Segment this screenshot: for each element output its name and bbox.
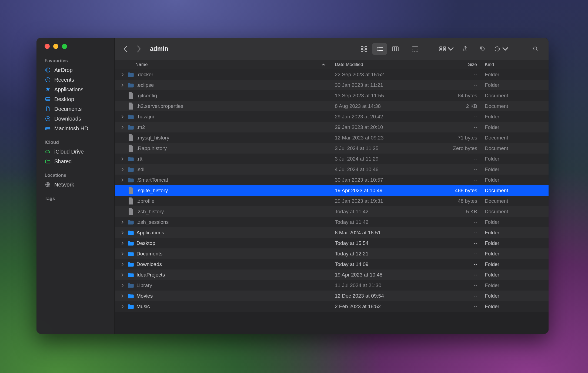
- file-row[interactable]: .mysql_history12 Mar 2023 at 09:2371 byt…: [115, 132, 549, 143]
- file-name: .h2.server.properties: [136, 103, 183, 109]
- file-kind: Folder: [481, 240, 549, 246]
- file-date: 19 Apr 2023 at 10:49: [331, 188, 428, 194]
- disclosure-triangle-icon[interactable]: [120, 126, 125, 129]
- file-row[interactable]: Applications6 Mar 2024 at 16:51--Folder: [115, 227, 549, 238]
- file-kind: Document: [481, 93, 549, 99]
- disclosure-triangle-icon[interactable]: [120, 178, 125, 182]
- download-icon: [45, 115, 51, 122]
- folder-icon: [127, 272, 134, 278]
- file-size: --: [428, 272, 481, 278]
- group-by-button[interactable]: [438, 43, 456, 55]
- file-row[interactable]: Movies12 Dec 2023 at 09:54--Folder: [115, 291, 549, 301]
- file-row[interactable]: .zsh_historyToday at 11:425 KBDocument: [115, 206, 549, 217]
- sidebar-item-shared[interactable]: Shared: [41, 156, 110, 166]
- list-view-button[interactable]: [372, 43, 387, 55]
- file-row[interactable]: Music2 Feb 2023 at 18:52--Folder: [115, 301, 549, 312]
- column-header-date[interactable]: Date Modified: [331, 60, 428, 69]
- disclosure-triangle-icon[interactable]: [120, 221, 125, 224]
- svg-point-19: [377, 50, 377, 51]
- column-header-size-label: Size: [468, 62, 477, 67]
- gallery-view-button[interactable]: [407, 43, 423, 55]
- disclosure-triangle-icon[interactable]: [120, 168, 125, 171]
- sidebar-item-macintosh-hd[interactable]: Macintosh HD: [41, 124, 110, 133]
- share-button[interactable]: [458, 43, 473, 55]
- sidebar-item-recents[interactable]: Recents: [41, 75, 110, 85]
- chevron-down-icon: [502, 46, 509, 52]
- search-button[interactable]: [528, 43, 543, 55]
- file-row[interactable]: .SmartTomcat30 Jan 2023 at 10:57--Folder: [115, 175, 549, 185]
- file-row[interactable]: .rtt3 Jul 2024 at 11:29--Folder: [115, 154, 549, 164]
- folder-icon: [127, 177, 134, 183]
- file-size: Zero bytes: [428, 145, 481, 151]
- file-date: 12 Mar 2023 at 09:23: [331, 135, 428, 141]
- disclosure-triangle-icon[interactable]: [120, 115, 125, 118]
- file-name: .zsh_sessions: [136, 219, 169, 225]
- file-row[interactable]: .sdl4 Jul 2024 at 10:46--Folder: [115, 164, 549, 175]
- file-row[interactable]: .m229 Jan 2023 at 20:10--Folder: [115, 122, 549, 132]
- document-icon: [127, 198, 134, 204]
- folder-icon: [127, 230, 134, 236]
- disclosure-triangle-icon[interactable]: [120, 294, 125, 298]
- disclosure-triangle-icon[interactable]: [120, 284, 125, 287]
- file-row[interactable]: Library11 Jul 2024 at 21:30--Folder: [115, 280, 549, 291]
- file-row[interactable]: IdeaProjects19 Apr 2023 at 10:48--Folder: [115, 269, 549, 280]
- fullscreen-window-button[interactable]: [62, 44, 67, 49]
- file-row[interactable]: .sqlite_history19 Apr 2023 at 10:49488 b…: [115, 185, 549, 196]
- sidebar-section-header[interactable]: Tags: [41, 194, 110, 203]
- window-title: admin: [150, 45, 168, 52]
- disclosure-triangle-icon[interactable]: [120, 305, 125, 308]
- sidebar-section-header[interactable]: iCloud: [41, 138, 110, 147]
- file-kind: Folder: [481, 72, 549, 78]
- disclosure-triangle-icon[interactable]: [120, 73, 125, 76]
- column-header-kind-label: Kind: [485, 62, 494, 67]
- file-date: 29 Jan 2023 at 20:42: [331, 114, 428, 120]
- file-name: IdeaProjects: [136, 272, 165, 278]
- sidebar-item-desktop[interactable]: Desktop: [41, 94, 110, 104]
- column-view-button[interactable]: [388, 43, 403, 55]
- svg-rect-29: [440, 47, 442, 48]
- column-header-size[interactable]: Size: [428, 60, 481, 69]
- file-row[interactable]: .Rapp.history3 Jul 2024 at 11:25Zero byt…: [115, 143, 549, 154]
- file-row[interactable]: .h2.server.properties8 Aug 2023 at 14:38…: [115, 101, 549, 111]
- column-header-name[interactable]: Name: [115, 60, 331, 69]
- sidebar-item-icloud-drive[interactable]: iCloud Drive: [41, 147, 110, 156]
- file-row[interactable]: .docker22 Sep 2023 at 15:52--Folder: [115, 69, 549, 80]
- sidebar-item-airdrop[interactable]: AirDrop: [41, 65, 110, 75]
- file-row[interactable]: .zprofile29 Jan 2023 at 19:3148 bytesDoc…: [115, 196, 549, 206]
- sidebar-item-applications[interactable]: Applications: [41, 85, 110, 94]
- back-button[interactable]: [120, 44, 131, 54]
- sidebar-section-header[interactable]: Favourites: [41, 56, 110, 65]
- action-menu-button[interactable]: [492, 43, 510, 55]
- column-header-kind[interactable]: Kind: [481, 60, 549, 69]
- sidebar-item-documents[interactable]: Documents: [41, 104, 110, 114]
- window-controls: [36, 44, 115, 49]
- sidebar-item-downloads[interactable]: Downloads: [41, 114, 110, 124]
- forward-button[interactable]: [133, 44, 144, 54]
- file-name: Applications: [136, 230, 164, 236]
- icon-view-button[interactable]: [356, 43, 372, 55]
- file-row[interactable]: DesktopToday at 15:54--Folder: [115, 238, 549, 248]
- file-row[interactable]: DownloadsToday at 14:09--Folder: [115, 259, 549, 269]
- disclosure-triangle-icon[interactable]: [120, 157, 125, 161]
- sort-ascending-icon: [322, 63, 325, 66]
- file-row[interactable]: .hawtjni29 Jan 2023 at 20:42--Folder: [115, 111, 549, 122]
- minimize-window-button[interactable]: [53, 44, 58, 49]
- close-window-button[interactable]: [45, 44, 50, 49]
- disclosure-triangle-icon[interactable]: [120, 252, 125, 255]
- file-row[interactable]: .gitconfig13 Sep 2023 at 11:5584 bytesDo…: [115, 90, 549, 101]
- disclosure-triangle-icon[interactable]: [120, 273, 125, 277]
- file-row[interactable]: DocumentsToday at 12:21--Folder: [115, 248, 549, 259]
- disclosure-triangle-icon[interactable]: [120, 242, 125, 245]
- disclosure-triangle-icon[interactable]: [120, 84, 125, 87]
- airdrop-icon: [45, 67, 51, 73]
- document-icon: [127, 188, 134, 194]
- tags-button[interactable]: [475, 43, 490, 55]
- disclosure-triangle-icon[interactable]: [120, 263, 125, 266]
- svg-rect-28: [417, 51, 418, 52]
- file-row[interactable]: .eclipse30 Jan 2023 at 11:21--Folder: [115, 80, 549, 90]
- sidebar-item-network[interactable]: Network: [41, 180, 110, 189]
- file-row[interactable]: .zsh_sessionsToday at 11:42--Folder: [115, 217, 549, 227]
- disclosure-triangle-icon[interactable]: [120, 231, 125, 234]
- sidebar-section-header[interactable]: Locations: [41, 171, 110, 180]
- file-date: Today at 14:09: [331, 261, 428, 267]
